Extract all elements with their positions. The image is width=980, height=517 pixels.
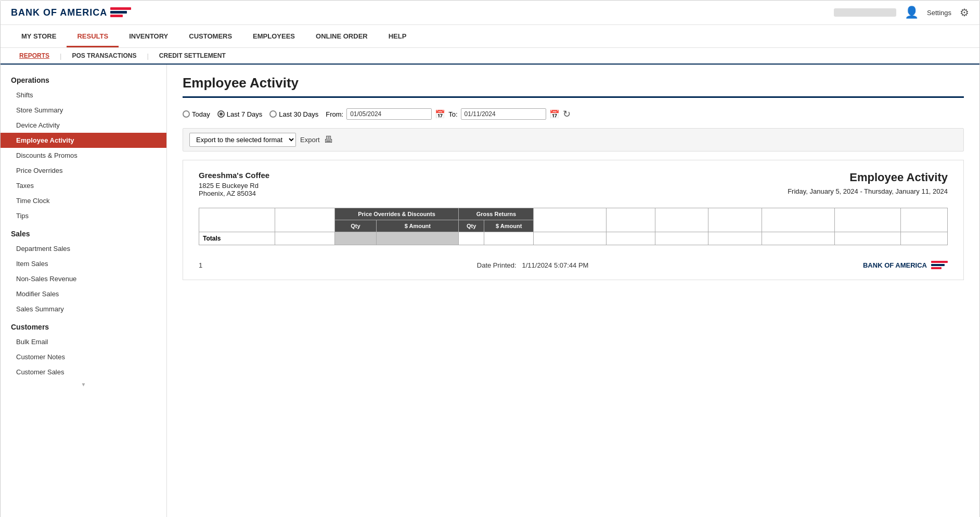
sidebar-item-time-clock[interactable]: Time Clock [1, 193, 166, 208]
nav-my-store[interactable]: MY STORE [11, 25, 67, 47]
sidebar-section-operations: Operations [1, 70, 166, 87]
settings-label[interactable]: Settings [927, 9, 951, 17]
sidebar: Operations Shifts Store Summary Device A… [1, 65, 167, 517]
gear-icon[interactable]: ⚙ [960, 6, 969, 19]
radio-last30[interactable]: Last 30 Days [269, 110, 318, 118]
report-title-right: Employee Activity Friday, January 5, 202… [788, 171, 948, 195]
col-header-gross-sales: Gross Sales [275, 208, 334, 232]
radio-today-label: Today [192, 110, 210, 118]
sidebar-section-sales: Sales [1, 223, 166, 241]
filter-row: Today Last 7 Days Last 30 Days From: 📅 T… [183, 108, 964, 120]
export-button[interactable]: Export [300, 136, 320, 144]
user-placeholder [834, 8, 896, 17]
nav-online-order[interactable]: ONLINE ORDER [305, 25, 378, 47]
nav-help[interactable]: HELP [378, 25, 417, 47]
col-group-gross-returns: Gross Returns [459, 208, 534, 220]
subnav-pos-transactions[interactable]: POS TRANSACTIONS [63, 48, 145, 64]
col-header-override-amount: $ Amount [377, 220, 459, 232]
col-header-net-sales: Net Sales [606, 208, 655, 232]
flag-bar-blue [110, 11, 127, 14]
footer-date-printed: Date Printed: 1/11/2024 5:07:44 PM [477, 261, 589, 269]
totals-no-sales [901, 232, 948, 245]
totals-label: Totals [199, 232, 275, 245]
col-header-avg-sales: Avg. Sales [708, 208, 762, 232]
content-area: Operations Shifts Store Summary Device A… [1, 65, 979, 517]
sidebar-scroll-down[interactable]: ▼ [1, 380, 166, 389]
sidebar-item-modifier-sales[interactable]: Modifier Sales [1, 286, 166, 301]
footer-flag-bar3 [931, 267, 942, 269]
totals-row: Totals [199, 232, 948, 245]
to-date-input[interactable] [461, 108, 546, 120]
radio-last7[interactable]: Last 7 Days [217, 110, 263, 118]
sidebar-item-customer-notes[interactable]: Customer Notes [1, 349, 166, 364]
page-title: Employee Activity [183, 75, 964, 91]
radio-today-btn[interactable] [183, 110, 190, 118]
sidebar-item-employee-activity[interactable]: Employee Activity [1, 133, 166, 148]
from-calendar-icon[interactable]: 📅 [435, 109, 445, 119]
report-date-range: Friday, January 5, 2024 - Thursday, Janu… [788, 187, 948, 195]
totals-net-sales [606, 232, 655, 245]
user-icon[interactable]: 👤 [905, 6, 919, 19]
sidebar-item-bulk-email[interactable]: Bulk Email [1, 334, 166, 349]
totals-gross-sales [275, 232, 334, 245]
date-printed-label: Date Printed: [477, 261, 517, 269]
totals-cleared-items [834, 232, 900, 245]
totals-override-qty [334, 232, 377, 245]
sidebar-item-discounts-promos[interactable]: Discounts & Promos [1, 148, 166, 163]
col-header-cleared-tickets: Cleared Tickets [762, 208, 834, 232]
subnav-credit-settlement[interactable]: CREDIT SETTLEMENT [151, 48, 234, 64]
sidebar-item-taxes[interactable]: Taxes [1, 178, 166, 193]
sidebar-item-item-sales[interactable]: Item Sales [1, 256, 166, 271]
totals-avg-sales [708, 232, 762, 245]
refresh-icon[interactable]: ↻ [563, 108, 571, 120]
sidebar-section-customers: Customers [1, 317, 166, 334]
top-header: BANK OF AMERICA 👤 Settings ⚙ [1, 1, 979, 25]
subnav-reports[interactable]: REPORTS [11, 48, 58, 64]
sidebar-item-shifts[interactable]: Shifts [1, 87, 166, 103]
report-inner: Greeshma's Coffee 1825 E Buckeye Rd Phoe… [183, 160, 963, 280]
logo-flag [110, 7, 131, 18]
totals-inclusive-taxes [534, 232, 606, 245]
nav-results[interactable]: RESULTS [67, 25, 119, 47]
nav-customers[interactable]: CUSTOMERS [178, 25, 242, 47]
from-date-input[interactable] [346, 108, 432, 120]
page-number: 1 [199, 261, 202, 269]
col-header-returns-amount: $ Amount [484, 220, 534, 232]
sidebar-item-device-activity[interactable]: Device Activity [1, 118, 166, 133]
footer-flag-bar2 [931, 264, 945, 266]
export-row: Export to the selected format Export 🖶 [183, 128, 964, 152]
to-calendar-icon[interactable]: 📅 [549, 109, 560, 119]
sidebar-item-tips[interactable]: Tips [1, 208, 166, 223]
main-nav: MY STORE RESULTS INVENTORY CUSTOMERS EMP… [1, 25, 979, 48]
radio-last7-btn[interactable] [217, 110, 225, 118]
report-store-name: Greeshma's Coffee [199, 171, 269, 180]
sidebar-item-non-sales-revenue[interactable]: Non-Sales Revenue [1, 271, 166, 286]
sidebar-item-price-overrides[interactable]: Price Overrides [1, 163, 166, 178]
nav-employees[interactable]: EMPLOYEES [242, 25, 305, 47]
date-range-group: From: 📅 To: 📅 ↻ [326, 108, 570, 120]
totals-override-amount [377, 232, 459, 245]
radio-today[interactable]: Today [183, 110, 210, 118]
footer-logo: BANK OF AMERICA [863, 261, 948, 269]
flag-bar-red2 [110, 15, 123, 17]
col-header-returns-qty: Qty [459, 220, 484, 232]
radio-last30-btn[interactable] [269, 110, 277, 118]
sidebar-item-store-summary[interactable]: Store Summary [1, 103, 166, 118]
report-scroll-container: Greeshma's Coffee 1825 E Buckeye Rd Phoe… [183, 160, 964, 280]
sidebar-item-sales-summary[interactable]: Sales Summary [1, 301, 166, 317]
col-header-employee-name: Employee Name [199, 208, 275, 232]
col-header-inclusive-taxes: Inclusive Taxes [534, 208, 606, 232]
sub-nav: REPORTS | POS TRANSACTIONS | CREDIT SETT… [1, 48, 979, 65]
print-icon[interactable]: 🖶 [324, 134, 333, 145]
sidebar-item-department-sales[interactable]: Department Sales [1, 241, 166, 256]
to-label: To: [448, 110, 457, 118]
from-label: From: [326, 110, 343, 118]
report-store-info: Greeshma's Coffee 1825 E Buckeye Rd Phoe… [199, 171, 269, 197]
sidebar-item-customer-sales[interactable]: Customer Sales [1, 364, 166, 380]
flag-bar-red [110, 7, 131, 10]
export-format-select[interactable]: Export to the selected format [189, 133, 296, 147]
footer-flag [931, 261, 948, 269]
nav-inventory[interactable]: INVENTORY [119, 25, 178, 47]
report-footer: 1 Date Printed: 1/11/2024 5:07:44 PM BAN… [199, 256, 948, 269]
col-group-price-overrides: Price Overrides & Discounts [334, 208, 459, 220]
